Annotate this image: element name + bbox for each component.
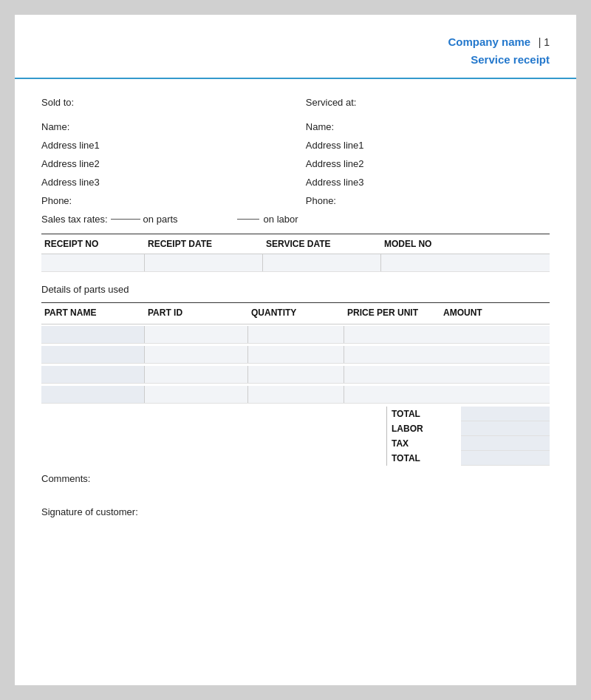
signature-label: Signature of customer: <box>41 506 138 517</box>
receipt-table-row <box>41 254 550 272</box>
receipt-title: Service receipt <box>41 53 550 66</box>
totals-table: TOTAL LABOR TAX TOTAL <box>386 407 550 466</box>
col-receipt-no: RECEIPT NO <box>41 237 145 251</box>
page: Company name | 1 Service receipt Sold to… <box>15 15 576 685</box>
col-quantity: QUANTITY <box>248 306 344 321</box>
sold-to-section: Sold to: <box>41 97 285 114</box>
part-id-cell <box>145 366 248 383</box>
tax-value <box>461 436 550 451</box>
col-price-per-unit: PRICE PER UNIT <box>344 306 440 321</box>
part-id-cell <box>145 346 248 363</box>
amount-cell <box>344 366 544 383</box>
amount-cell <box>344 326 544 343</box>
tax-row: Sales tax rates: on parts on labor <box>41 214 550 225</box>
parts-row <box>41 386 550 404</box>
part-name-cell <box>41 386 145 403</box>
comments-label: Comments: <box>41 473 90 484</box>
on-parts-label: on parts <box>143 214 178 225</box>
serviced-address1: Address line1 <box>306 140 550 151</box>
labor-label: LABOR <box>387 421 461 436</box>
part-name-cell <box>41 346 145 363</box>
part-id-cell <box>145 326 248 343</box>
part-name-cell <box>41 366 145 383</box>
sold-name-label: Name: <box>41 121 285 132</box>
tax-labor-blank <box>237 219 259 220</box>
parts-section-title: Details of parts used <box>41 284 550 295</box>
sold-name: Name: <box>41 121 285 140</box>
sold-to-label: Sold to: <box>41 97 285 108</box>
tax-label: Sales tax rates: <box>41 214 108 225</box>
company-name: Company name <box>448 35 531 48</box>
col-model-no: MODEL NO <box>381 237 550 251</box>
quantity-cell <box>248 366 344 383</box>
model-no-cell <box>381 254 550 271</box>
quantity-cell <box>248 326 344 343</box>
labor-value <box>461 421 550 436</box>
name-row: Name: Name: <box>41 121 550 140</box>
part-name-cell <box>41 326 145 343</box>
sold-address3: Address line3 <box>41 177 285 188</box>
quantity-cell <box>248 386 344 403</box>
serviced-at-section: Serviced at: <box>306 97 550 114</box>
address3-row: Address line3 Address line3 <box>41 177 550 195</box>
grand-total-value <box>461 451 550 466</box>
serviced-phone: Phone: <box>306 195 550 206</box>
sold-phone: Phone: <box>41 195 285 206</box>
quantity-cell <box>248 346 344 363</box>
content: Sold to: Serviced at: Name: Name: Addres… <box>15 79 576 535</box>
col-amount: AMOUNT <box>440 306 550 321</box>
on-labor-label: on labor <box>264 214 298 225</box>
signature-section: Signature of customer: <box>41 506 550 517</box>
sold-address1: Address line1 <box>41 140 285 151</box>
serviced-address3: Address line3 <box>306 177 550 188</box>
receipt-no-cell <box>41 254 145 271</box>
tax-parts-blank <box>111 219 140 220</box>
total-value <box>461 407 550 421</box>
service-date-cell <box>263 254 381 271</box>
part-id-cell <box>145 386 248 403</box>
comments-section: Comments: <box>41 473 550 484</box>
tax-total-label: TAX <box>387 436 461 451</box>
parts-table-body <box>41 326 550 404</box>
totals-section: TOTAL LABOR TAX TOTAL <box>41 407 550 466</box>
header: Company name | 1 Service receipt <box>15 15 576 79</box>
serviced-name: Name: <box>306 121 550 140</box>
sold-address2: Address line2 <box>41 158 285 169</box>
phone-row: Phone: Phone: <box>41 195 550 214</box>
parts-row <box>41 326 550 344</box>
receipt-date-cell <box>145 254 263 271</box>
col-receipt-date: RECEIPT DATE <box>145 237 263 251</box>
amount-cell <box>344 386 544 403</box>
sold-serviced-row: Sold to: Serviced at: <box>41 97 550 114</box>
serviced-address2: Address line2 <box>306 158 550 169</box>
total-label: TOTAL <box>387 407 461 421</box>
address2-row: Address line2 Address line2 <box>41 158 550 177</box>
col-part-id: PART ID <box>145 306 248 321</box>
parts-row <box>41 346 550 364</box>
serviced-at-label: Serviced at: <box>306 97 550 108</box>
col-part-name: PART NAME <box>41 306 145 321</box>
page-number: | 1 <box>539 36 550 48</box>
serviced-name-label: Name: <box>306 121 550 132</box>
grand-total-label: TOTAL <box>387 451 461 466</box>
parts-row <box>41 366 550 384</box>
address1-row: Address line1 Address line1 <box>41 140 550 158</box>
receipt-table-header: RECEIPT NO RECEIPT DATE SERVICE DATE MOD… <box>41 234 550 254</box>
parts-table-header: PART NAME PART ID QUANTITY PRICE PER UNI… <box>41 302 550 324</box>
col-service-date: SERVICE DATE <box>263 237 381 251</box>
amount-cell <box>344 346 544 363</box>
